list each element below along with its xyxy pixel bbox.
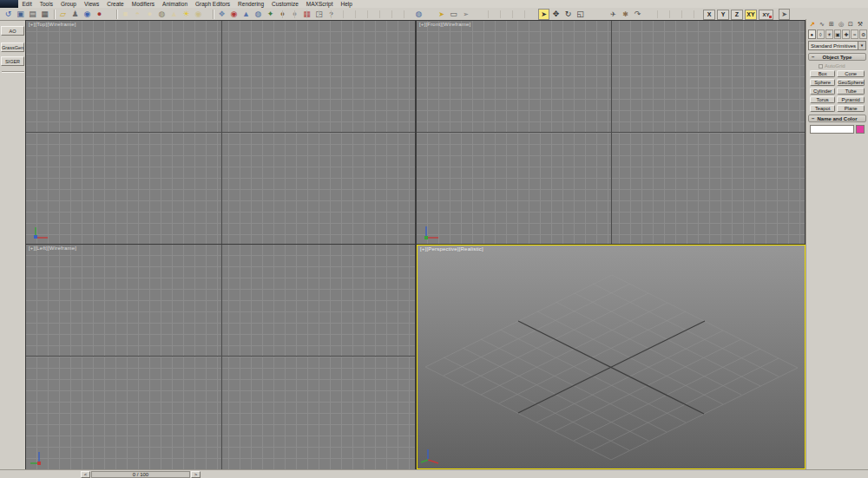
pan-hand-icon[interactable]: ✱	[620, 9, 631, 20]
rollout-name-and-color[interactable]: − Name and Color	[808, 115, 866, 122]
rollout-object-type[interactable]: − Object Type	[808, 53, 866, 61]
menu-rendering[interactable]: Rendering	[234, 0, 268, 8]
menu-help[interactable]: Help	[337, 0, 356, 8]
layer-manager-icon[interactable]: ▤	[27, 9, 38, 20]
sidebar-tab-siger[interactable]: SIGER	[1, 56, 24, 66]
axis-plane-spinner[interactable]: XY	[759, 10, 773, 20]
box-button[interactable]: Box	[810, 70, 835, 77]
previous-frame-button[interactable]: <	[81, 471, 90, 478]
snapshot-icon[interactable]: ❖	[216, 9, 227, 20]
select-manipulate-icon[interactable]: ➤	[779, 9, 790, 20]
tab-display[interactable]: ⊡	[846, 20, 855, 29]
align-icon[interactable]: ✈	[608, 9, 619, 20]
select-object-icon[interactable]: ➤	[538, 9, 549, 20]
viewport-left[interactable]: [+][Left][Wireframe]	[26, 245, 415, 469]
toolbar-empty-slots	[646, 10, 700, 18]
tab-modify[interactable]: ∿	[818, 20, 826, 29]
subcategory-dropdown[interactable]: Standard Primitives ▼	[808, 41, 866, 50]
viewport-front[interactable]: [+][Front][Wireframe]	[417, 21, 805, 244]
tube-button[interactable]: Tube	[837, 88, 865, 95]
viewport-top-label[interactable]: [+][Top][Wireframe]	[29, 22, 76, 27]
select-scale-icon[interactable]: ◱	[575, 9, 586, 20]
omni-light-icon[interactable]: ☀	[181, 9, 192, 20]
cursor-arrow-icon[interactable]: ➢	[460, 9, 471, 20]
sidebar-tab-ao[interactable]: AO	[1, 26, 24, 36]
geosphere-button[interactable]: GeoSphere	[837, 79, 865, 86]
category-helpers[interactable]: ✚	[842, 29, 850, 39]
category-space-warps[interactable]: ≈	[851, 29, 858, 39]
pyramid-button[interactable]: Pyramid	[837, 96, 865, 103]
sphere-button[interactable]: Sphere	[810, 79, 835, 86]
axis-x-button[interactable]: X	[703, 10, 715, 20]
chevron-down-icon[interactable]: ▼	[858, 42, 865, 49]
menu-graph-editors[interactable]: Graph Editors	[192, 0, 234, 8]
category-shapes[interactable]: ◊	[817, 29, 825, 39]
undo-icon[interactable]: ↺	[3, 9, 14, 20]
curve-editor-icon[interactable]: ▦	[39, 9, 50, 20]
menu-edit[interactable]: Edit	[18, 0, 36, 8]
viewport-perspective-label[interactable]: [+][Perspective][Realistic]	[420, 246, 483, 252]
viewport-top[interactable]: [+][Top][Wireframe]	[26, 21, 415, 244]
category-cameras[interactable]: ▣	[834, 29, 842, 39]
orbit-icon[interactable]: ↷	[632, 9, 643, 20]
strip-divider	[2, 71, 24, 73]
category-systems[interactable]: ⚙	[859, 29, 867, 39]
sound-icon[interactable]: ◉	[82, 9, 93, 20]
viewport-perspective[interactable]: [+][Perspective][Realistic]	[417, 245, 806, 469]
sphere-primitive-icon[interactable]: ●	[144, 9, 155, 20]
autogrid-row: AutoGrid	[819, 63, 868, 69]
application-button[interactable]	[0, 0, 18, 8]
time-slider-bar: < 0 / 100 >	[0, 469, 868, 478]
sidebar-tab-grassgen[interactable]: GrassGen	[1, 43, 24, 52]
tab-hierarchy[interactable]: ⊞	[827, 20, 836, 29]
object-color-swatch[interactable]	[856, 125, 865, 134]
menu-tools[interactable]: Tools	[36, 0, 56, 8]
geosphere-primitive-icon[interactable]: ◉	[193, 9, 204, 20]
torus-primitive-icon[interactable]: ◍	[156, 9, 168, 20]
select-rotate-icon[interactable]: ↻	[562, 9, 574, 20]
open-folder-icon[interactable]: ▱	[57, 9, 69, 20]
zoom-region-globe-icon[interactable]: ◍	[413, 9, 424, 20]
toolbar-group-transform: ➤ ✥ ↻ ◱	[538, 9, 586, 20]
select-move-icon[interactable]: ✥	[550, 9, 562, 20]
region-marquee-icon[interactable]: ▭	[448, 9, 459, 20]
plane-button[interactable]: Plane	[837, 105, 865, 112]
menu-views[interactable]: Views	[80, 0, 102, 8]
menu-maxscript[interactable]: MAXScript	[302, 0, 337, 8]
biped-icon[interactable]: ♟	[69, 9, 81, 20]
box-primitive-icon[interactable]: ■	[120, 9, 131, 20]
menu-animation[interactable]: Animation	[159, 0, 192, 8]
tab-utilities[interactable]: ⚒	[856, 20, 865, 29]
cone-primitive-icon[interactable]: ▲	[168, 9, 180, 20]
axis-z0-line	[417, 132, 805, 133]
axis-xy-button[interactable]: XY	[745, 10, 757, 20]
axis-y0-line	[221, 245, 222, 469]
tab-motion[interactable]: ◎	[837, 20, 845, 29]
menu-customize[interactable]: Customize	[268, 0, 303, 8]
time-slider-track[interactable]: 0 / 100	[91, 471, 190, 478]
axis-y-button[interactable]: Y	[717, 10, 729, 20]
autogrid-checkbox[interactable]	[819, 64, 823, 69]
category-lights[interactable]: ☀	[825, 29, 833, 39]
tab-create[interactable]: ↗	[808, 20, 817, 29]
scene-explorer-icon[interactable]: ▣	[15, 9, 26, 20]
category-geometry[interactable]: ●	[808, 29, 816, 39]
particles-icon[interactable]: ▲	[240, 9, 252, 20]
material-icon[interactable]: ◉	[228, 9, 240, 20]
menu-create[interactable]: Create	[103, 0, 128, 8]
cylinder-button[interactable]: Cylinder	[810, 88, 835, 95]
object-name-field[interactable]	[810, 125, 854, 134]
earth-icon[interactable]: ◍	[253, 9, 264, 20]
menu-group[interactable]: Group	[56, 0, 80, 8]
axis-z-button[interactable]: Z	[731, 10, 743, 20]
pick-object-icon[interactable]: ➤	[436, 9, 447, 20]
viewport-left-label[interactable]: [+][Left][Wireframe]	[29, 246, 76, 251]
render-teapot-icon[interactable]: ●	[94, 9, 105, 20]
dome-primitive-icon[interactable]: ◓	[132, 9, 143, 20]
menu-modifiers[interactable]: Modifiers	[128, 0, 158, 8]
viewport-front-label[interactable]: [+][Front][Wireframe]	[419, 22, 470, 27]
cone-button[interactable]: Cone	[837, 70, 865, 77]
torus-button[interactable]: Torus	[810, 96, 835, 103]
next-frame-button[interactable]: >	[191, 471, 201, 478]
teapot-button[interactable]: Teapot	[810, 105, 835, 112]
